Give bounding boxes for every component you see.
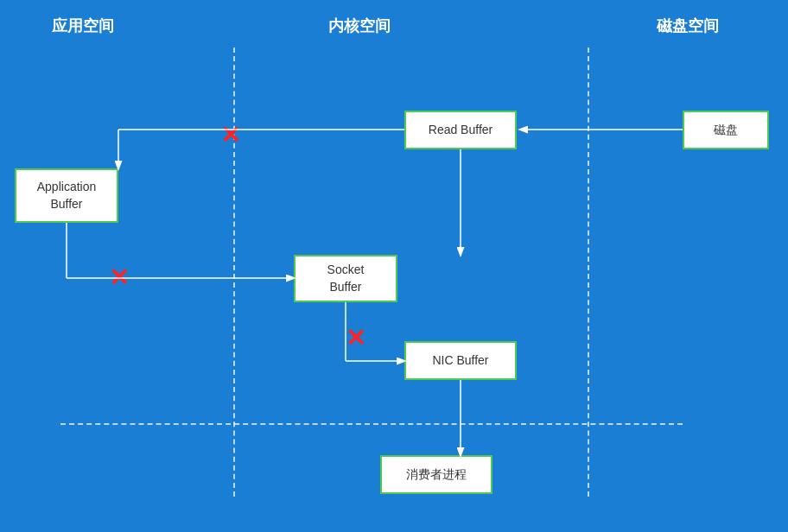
- application-buffer-box: Application Buffer: [15, 168, 118, 223]
- diagram: 应用空间 内核空间 磁盘空间 Application Buffer Read B…: [0, 0, 788, 532]
- dashed-line-2: [588, 48, 589, 497]
- disk-space-label: 磁盘空间: [657, 16, 719, 36]
- read-buffer-box: Read Buffer: [404, 111, 517, 149]
- dashed-line-h: [60, 423, 683, 425]
- red-x-2: ✕: [109, 266, 129, 290]
- consumer-box: 消费者进程: [380, 455, 492, 494]
- nic-buffer-box: NIC Buffer: [404, 341, 517, 380]
- red-x-3: ✕: [346, 326, 365, 351]
- red-x-1: ✕: [220, 124, 240, 148]
- dashed-line-1: [233, 48, 235, 497]
- kernel-space-label: 内核空间: [328, 16, 391, 36]
- app-space-label: 应用空间: [52, 16, 114, 36]
- socket-buffer-box: Socket Buffer: [294, 255, 397, 302]
- disk-box: 磁盘: [683, 111, 769, 149]
